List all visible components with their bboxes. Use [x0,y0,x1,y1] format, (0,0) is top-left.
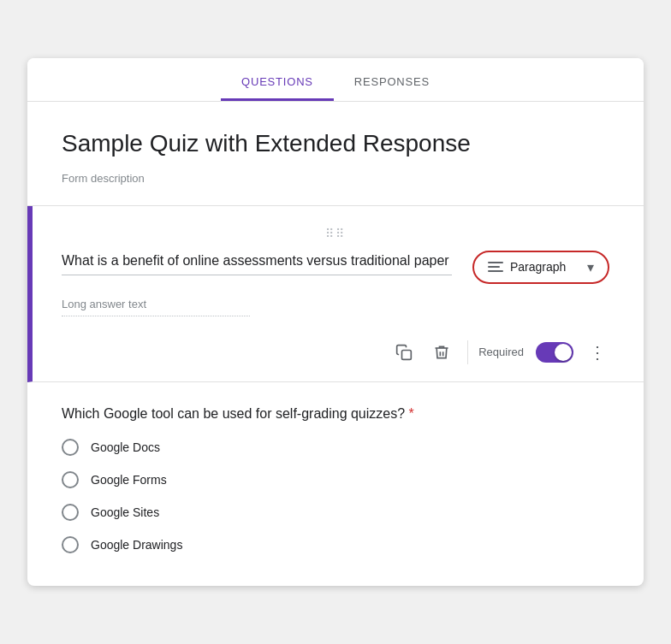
drag-handle[interactable]: ⠿⠿ [62,227,609,240]
paragraph-icon [488,262,503,272]
required-label: Required [478,346,524,358]
radio-label-4: Google Drawings [91,538,182,552]
tab-responses[interactable]: RESPONSES [334,65,450,101]
radio-circle-2 [62,471,79,488]
required-toggle[interactable] [531,342,579,363]
radio-label-2: Google Forms [91,473,167,487]
delete-button[interactable] [426,337,457,368]
copy-icon [395,344,413,361]
trash-icon [433,344,450,361]
question-2-text: Which Google tool can be used for self-g… [62,406,609,422]
form-card: QUESTIONS RESPONSES Sample Quiz with Ext… [27,58,644,586]
required-star: * [409,406,414,421]
radio-circle-3 [62,504,79,521]
radio-option-2[interactable]: Google Forms [62,471,609,488]
chevron-down-icon: ▾ [587,259,594,275]
toggle-knob [555,344,572,361]
more-options-button[interactable]: ⋮ [585,339,609,366]
question-actions: Required ⋮ [62,330,609,368]
type-dropdown[interactable]: Paragraph ▾ [472,251,609,284]
radio-option-4[interactable]: Google Drawings [62,536,609,553]
question-card-1: ⠿⠿ Paragraph ▾ Long answer text [27,206,644,382]
copy-button[interactable] [389,337,419,368]
form-title: Sample Quiz with Extended Response [62,129,609,158]
question-card-2: Which Google tool can be used for self-g… [27,382,644,586]
form-header: Sample Quiz with Extended Response Form … [27,102,644,206]
radio-option-1[interactable]: Google Docs [62,439,609,456]
svg-rect-0 [402,350,412,359]
tabs-bar: QUESTIONS RESPONSES [27,58,644,102]
divider [467,340,468,364]
radio-label-3: Google Sites [91,505,159,519]
form-description: Form description [62,172,609,185]
radio-label-1: Google Docs [91,440,160,454]
radio-circle-1 [62,439,79,456]
type-label: Paragraph [510,260,580,274]
tab-questions[interactable]: QUESTIONS [221,65,334,101]
question-text-input[interactable] [62,251,452,275]
answer-placeholder: Long answer text [62,298,250,316]
question-row: Paragraph ▾ [62,251,609,284]
radio-option-3[interactable]: Google Sites [62,504,609,521]
toggle-track[interactable] [536,342,573,363]
radio-circle-4 [62,536,79,553]
